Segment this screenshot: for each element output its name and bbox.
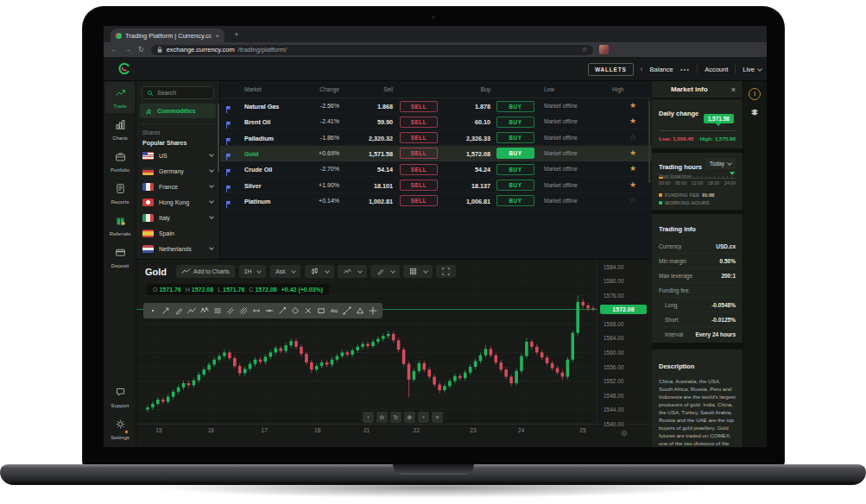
sidebar-item-charts[interactable]: Charts (105, 114, 135, 145)
chart-type-candles-button[interactable] (305, 265, 334, 278)
sidebar-item-commodities[interactable]: Commodities (140, 104, 216, 118)
sell-button-gold[interactable]: SELL (400, 148, 438, 159)
draw-tool-polyline-icon[interactable] (186, 305, 198, 317)
draw-tool-channel-icon[interactable] (224, 305, 237, 317)
hours-range-select[interactable]: Today (705, 158, 736, 169)
buy-button-palladium[interactable]: BUY (496, 132, 534, 143)
country-item-es[interactable]: Spain (136, 225, 219, 241)
draw-tool-eraser-icon[interactable] (302, 305, 314, 317)
draw-tool-cursor-icon[interactable] (147, 305, 159, 317)
buy-button-brent-oil[interactable]: BUY (496, 117, 534, 128)
browser-profile-avatar[interactable] (599, 45, 609, 54)
market-name[interactable]: Palladium (244, 135, 274, 142)
country-item-us[interactable]: US (136, 148, 219, 163)
favorite-star-icon[interactable]: ★ (629, 148, 636, 157)
sidebar-item-trade[interactable]: Trade (105, 82, 135, 113)
wallets-button[interactable]: WALLETS (588, 63, 634, 76)
sidebar-item-deposit[interactable]: Deposit (105, 242, 135, 273)
collapse-balance-icon[interactable]: ‹ (641, 65, 643, 73)
daily-range-track[interactable] (659, 130, 736, 131)
browser-tab[interactable]: Trading Platform | Currency.com × (111, 28, 224, 42)
layers-icon[interactable] (749, 105, 760, 121)
reload-icon[interactable]: ↻ (138, 46, 144, 54)
draw-tool-pitchfork-icon[interactable] (237, 305, 250, 317)
draw-tool-text-icon[interactable]: Abc (328, 305, 340, 317)
draw-tool-crosshair-icon[interactable] (367, 305, 379, 317)
favorite-star-icon[interactable]: ☆ (629, 133, 636, 142)
market-name[interactable]: Silver (244, 182, 262, 190)
sell-button-silver[interactable]: SELL (400, 180, 438, 191)
buy-button-platinum[interactable]: BUY (496, 195, 534, 206)
draw-tool-pattern-icon[interactable] (199, 305, 211, 317)
search-input[interactable]: Search (142, 86, 214, 99)
market-name[interactable]: Natural Gas (244, 103, 279, 110)
favorite-star-icon[interactable]: ★ (629, 117, 636, 125)
market-name[interactable]: Platinum (244, 198, 270, 205)
add-to-charts-button[interactable]: Add to Charts (176, 265, 235, 278)
indicators-button[interactable] (338, 265, 367, 278)
price-type-select[interactable]: Ask (270, 265, 300, 278)
draw-tool-trend-line-icon[interactable] (341, 305, 353, 317)
interval-select[interactable]: 1H (239, 265, 267, 278)
market-row-crude-oil[interactable]: Crude Oil -2.70% 54.14 SELL 54.24 BUY Ma… (220, 161, 652, 177)
draw-button[interactable] (370, 265, 400, 278)
sell-button-platinum[interactable]: SELL (400, 195, 438, 206)
templates-button[interactable] (403, 265, 433, 278)
popular-shares-label[interactable]: Popular Shares (142, 140, 213, 146)
address-bar[interactable]: exchange.currency.com/trading/platform/ … (151, 45, 593, 55)
market-row-platinum[interactable]: Platinum +0.14% 1,002.81 SELL 1,006.81 B… (220, 193, 652, 209)
draw-tool-pencil-icon[interactable] (173, 305, 185, 317)
draw-tool-polygon-icon[interactable] (289, 305, 301, 317)
axis-settings-gear-icon[interactable] (620, 425, 629, 441)
draw-tool-ray-icon[interactable] (276, 305, 288, 317)
tab-close-icon[interactable]: × (215, 32, 219, 40)
chart-zoom-in-button[interactable]: ⊕ (404, 412, 415, 423)
sell-button-natural-gas[interactable]: SELL (400, 101, 438, 112)
country-item-hk[interactable]: Hong Kong (136, 194, 219, 210)
draw-tool-rectangle-icon[interactable] (315, 305, 327, 317)
balance-label[interactable]: Balance (650, 66, 673, 73)
instruments-scrollbar[interactable] (218, 104, 219, 173)
country-item-it[interactable]: Italy (136, 210, 219, 225)
table-scrollbar[interactable] (648, 100, 650, 183)
bookmark-icon[interactable]: ☆ (582, 46, 588, 54)
market-row-brent-oil[interactable]: Brent Oil -2.41% 59.90 SELL 60.10 BUY Ma… (220, 114, 652, 129)
draw-tool-arrow-icon[interactable] (160, 305, 172, 317)
draw-tool-horizontal-line-icon[interactable] (263, 305, 275, 317)
draw-tool-fib-lines-icon[interactable] (212, 305, 224, 317)
sidebar-item-settings[interactable]: Settings (105, 413, 135, 444)
favorite-star-icon[interactable]: ★ (629, 180, 636, 189)
sell-button-crude-oil[interactable]: SELL (400, 164, 438, 175)
forward-icon[interactable]: → (124, 46, 131, 54)
close-icon[interactable]: × (731, 85, 736, 94)
market-row-gold[interactable]: Gold +0.69% 1,571.58 SELL 1,572.08 BUY M… (220, 146, 652, 161)
favorite-star-icon[interactable]: ★ (629, 164, 636, 173)
chart-refresh-button[interactable]: ↻ (390, 412, 401, 423)
country-item-de[interactable]: Germany (136, 163, 219, 179)
market-name[interactable]: Brent Oil (244, 118, 270, 126)
chart-pan-left-button[interactable]: ‹ (363, 412, 374, 423)
fullscreen-button[interactable] (436, 265, 456, 278)
market-row-silver[interactable]: Silver +1.90% 18.101 SELL 18.137 BUY Mar… (220, 178, 652, 193)
buy-button-gold[interactable]: BUY (496, 148, 534, 159)
chart-jump-to-end-button[interactable]: » (432, 412, 443, 423)
market-row-palladium[interactable]: Palladium -1.86% 2,320.32 SELL 2,326.33 … (220, 130, 652, 146)
info-icon[interactable]: i (749, 88, 761, 100)
back-icon[interactable]: ← (111, 46, 117, 54)
market-name[interactable]: Crude Oil (244, 166, 272, 173)
sell-button-palladium[interactable]: SELL (400, 132, 438, 143)
live-mode-select[interactable]: Live (743, 66, 762, 73)
buy-button-natural-gas[interactable]: BUY (496, 101, 534, 112)
chart-zoom-out-button[interactable]: ⊖ (376, 412, 388, 423)
sell-button-brent-oil[interactable]: SELL (400, 117, 438, 128)
buy-button-silver[interactable]: BUY (496, 180, 534, 191)
chart-pan-right-button[interactable]: › (418, 412, 429, 423)
draw-tool-triangle-icon[interactable] (354, 305, 366, 317)
sidebar-item-referrals[interactable]: Referrals (105, 210, 135, 241)
new-tab-button[interactable]: + (231, 29, 242, 40)
favorite-star-icon[interactable]: ★ (629, 101, 636, 110)
favorite-star-icon[interactable]: ☆ (629, 196, 636, 205)
account-menu[interactable]: Account (705, 66, 728, 73)
market-name[interactable]: Gold (244, 150, 258, 158)
balance-more-icon[interactable]: ••• (680, 66, 690, 73)
